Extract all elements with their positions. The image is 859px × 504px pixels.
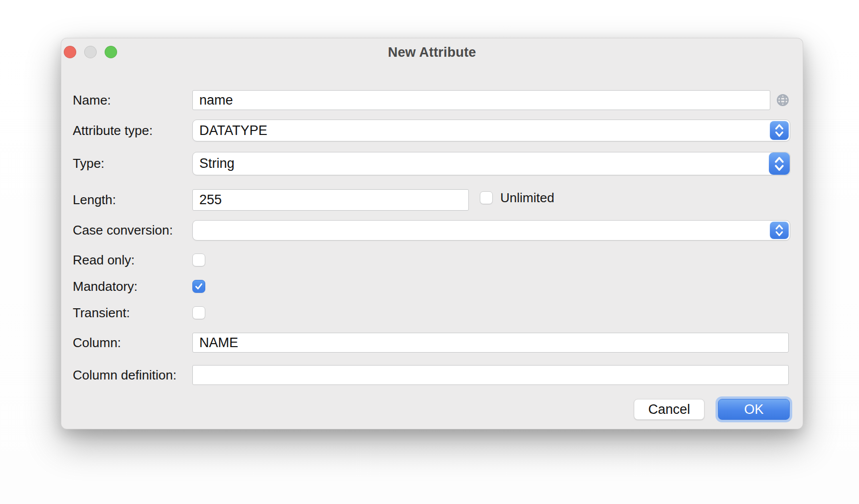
ok-button[interactable]: OK <box>718 399 790 420</box>
read-only-label: Read only: <box>73 253 135 266</box>
dialog-title: New Attribute <box>61 45 803 60</box>
column-input[interactable] <box>192 333 789 353</box>
name-input[interactable] <box>192 90 770 110</box>
new-attribute-dialog: New Attribute Name: Attribute type: DATA… <box>61 38 803 429</box>
length-label: Length: <box>73 189 116 211</box>
type-stepper-icon[interactable] <box>769 152 790 175</box>
globe-icon <box>776 93 790 107</box>
type-label: Type: <box>73 152 105 175</box>
column-definition-label: Column definition: <box>73 365 176 385</box>
mandatory-checkbox[interactable] <box>192 280 205 293</box>
length-input[interactable] <box>192 189 469 211</box>
unlimited-checkbox[interactable] <box>480 191 493 204</box>
name-label: Name: <box>73 90 111 110</box>
transient-checkbox[interactable] <box>192 306 205 319</box>
cancel-button[interactable]: Cancel <box>634 399 705 420</box>
case-conversion-label: Case conversion: <box>73 220 173 241</box>
transient-label: Transient: <box>73 306 130 320</box>
titlebar: New Attribute <box>61 38 803 66</box>
unlimited-label: Unlimited <box>500 191 554 204</box>
mandatory-label: Mandatory: <box>73 280 138 293</box>
case-conversion-stepper-icon[interactable] <box>770 222 789 239</box>
attribute-type-label: Attribute type: <box>73 120 152 141</box>
check-icon <box>193 281 204 292</box>
type-popup[interactable]: String <box>192 152 790 175</box>
attribute-type-stepper-icon[interactable] <box>770 121 789 140</box>
attribute-type-combobox[interactable]: DATATYPE <box>192 120 790 141</box>
type-value: String <box>199 152 235 175</box>
column-definition-input[interactable] <box>192 365 789 385</box>
column-label: Column: <box>73 333 121 353</box>
case-conversion-combobox[interactable] <box>192 220 790 241</box>
attribute-type-value: DATATYPE <box>199 120 268 141</box>
read-only-checkbox[interactable] <box>192 253 205 266</box>
desktop-background: New Attribute Name: Attribute type: DATA… <box>0 0 859 504</box>
